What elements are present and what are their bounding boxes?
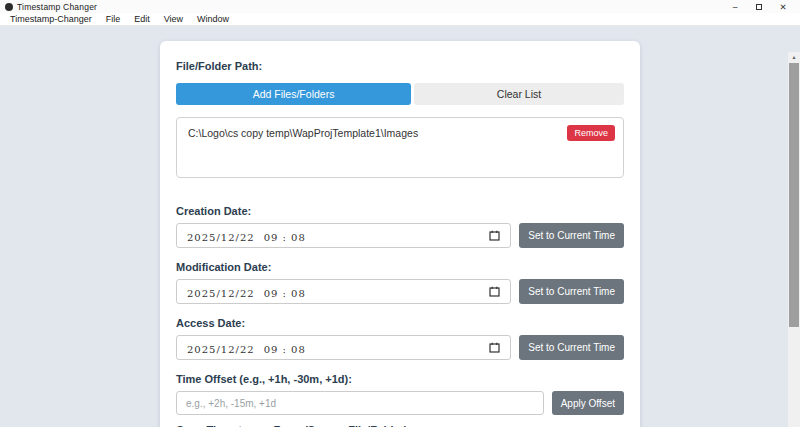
vertical-scrollbar[interactable]: ▲ ▼: [788, 52, 800, 427]
menu-item-timestamp-changer[interactable]: Timestamp-Changer: [10, 14, 92, 24]
access-date-group: Access Date: 2025/12/2209 : 08 Set to Cu…: [176, 317, 624, 360]
time-offset-group: Time Offset (e.g., +1h, -30m, +1d): Appl…: [176, 373, 624, 415]
scrollbar-thumb[interactable]: [789, 63, 799, 327]
window-title: Timestamp Changer: [17, 2, 97, 12]
modification-date-time: 09 : 08: [264, 288, 306, 299]
access-set-current-time-button[interactable]: Set to Current Time: [519, 335, 624, 360]
scrollbar-up-arrow[interactable]: ▲: [788, 52, 800, 62]
menu-item-file[interactable]: File: [106, 14, 121, 24]
modification-date-label: Modification Date:: [176, 261, 624, 274]
creation-date-label: Creation Date:: [176, 205, 624, 218]
close-button[interactable]: ✕: [771, 0, 795, 13]
clear-list-button[interactable]: Clear List: [414, 83, 624, 105]
calendar-icon[interactable]: [489, 286, 500, 297]
menu-bar: Timestamp-Changer File Edit View Window: [0, 13, 800, 26]
modification-set-current-time-button[interactable]: Set to Current Time: [519, 279, 624, 304]
apply-offset-button[interactable]: Apply Offset: [552, 391, 624, 415]
app-window: Timestamp Changer – ✕ Timestamp-Changer …: [0, 0, 800, 427]
modification-date-group: Modification Date: 2025/12/2209 : 08 Set…: [176, 261, 624, 304]
remove-button[interactable]: Remove: [567, 125, 615, 141]
access-date-input[interactable]: 2025/12/2209 : 08: [176, 335, 511, 360]
creation-set-current-time-button[interactable]: Set to Current Time: [519, 223, 624, 248]
menu-item-view[interactable]: View: [164, 14, 183, 24]
creation-date-time: 09 : 08: [264, 232, 306, 243]
file-list: C:\Logo\cs copy temp\WapProjTemplate1\Im…: [176, 117, 624, 178]
modification-date-input[interactable]: 2025/12/2209 : 08: [176, 279, 511, 304]
creation-date-date: 2025/12/22: [187, 232, 255, 243]
access-date-label: Access Date:: [176, 317, 624, 330]
main-panel: File/Folder Path: Add Files/Folders Clea…: [160, 41, 640, 427]
creation-date-value: 2025/12/2209 : 08: [187, 227, 306, 245]
window-controls: – ✕: [723, 0, 795, 13]
file-folder-path-label: File/Folder Path:: [176, 60, 624, 73]
access-date-value: 2025/12/2209 : 08: [187, 339, 306, 357]
restore-button[interactable]: [747, 0, 771, 13]
add-files-folders-button[interactable]: Add Files/Folders: [176, 83, 411, 105]
calendar-icon[interactable]: [489, 230, 500, 241]
time-offset-label: Time Offset (e.g., +1h, -30m, +1d):: [176, 373, 624, 386]
app-icon: [5, 3, 13, 11]
menu-item-window[interactable]: Window: [197, 14, 229, 24]
calendar-icon[interactable]: [489, 342, 500, 353]
access-date-time: 09 : 08: [264, 344, 306, 355]
list-item: C:\Logo\cs copy temp\WapProjTemplate1\Im…: [185, 125, 615, 141]
access-date-date: 2025/12/22: [187, 344, 255, 355]
file-path-text: C:\Logo\cs copy temp\WapProjTemplate1\Im…: [185, 127, 418, 139]
title-bar: Timestamp Changer – ✕: [0, 0, 800, 13]
time-offset-input[interactable]: [176, 391, 544, 415]
creation-date-input[interactable]: 2025/12/2209 : 08: [176, 223, 511, 248]
modification-date-date: 2025/12/22: [187, 288, 255, 299]
restore-icon: [756, 4, 762, 10]
modification-date-value: 2025/12/2209 : 08: [187, 283, 306, 301]
menu-item-edit[interactable]: Edit: [134, 14, 150, 24]
content-area: File/Folder Path: Add Files/Folders Clea…: [0, 41, 800, 427]
minimize-button[interactable]: –: [723, 0, 747, 13]
path-buttons-row: Add Files/Folders Clear List: [176, 83, 624, 105]
creation-date-group: Creation Date: 2025/12/2209 : 08 Set to …: [176, 205, 624, 248]
